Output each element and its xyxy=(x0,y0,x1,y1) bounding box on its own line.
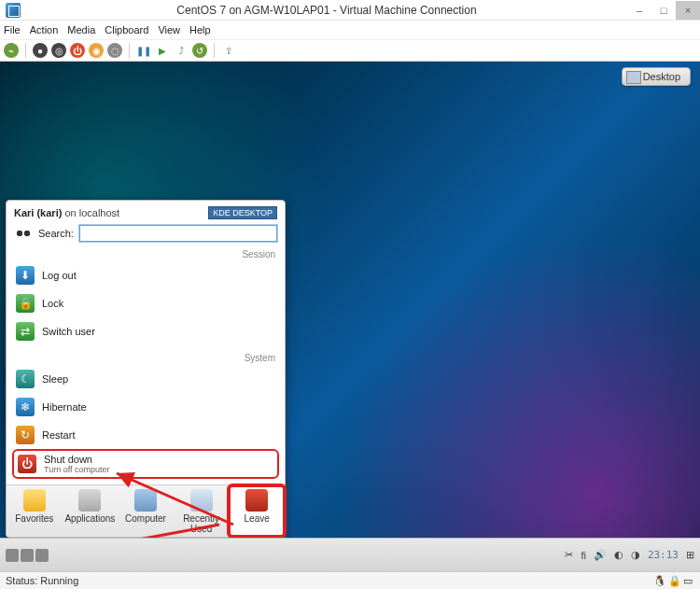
menu-item-switch-user[interactable]: ⇄ Switch user xyxy=(12,317,279,345)
session-list: ⬇ Log out 🔒 Lock ⇄ Switch user xyxy=(7,259,285,351)
tab-label: Computer xyxy=(125,513,166,524)
security-indicator-icon: 🐧 xyxy=(653,575,665,586)
menu-item-restart[interactable]: ↻ Restart xyxy=(12,421,279,449)
tab-leave[interactable]: Leave xyxy=(229,485,285,537)
host-toolbar: ⌁ ● ◎ ⏻ ◉ ◌ ❚❚ ▶ ⤴ ↺ ⇪ xyxy=(0,39,700,62)
host-window-title: CentOS 7 on AGM-W10LAP01 - Virtual Machi… xyxy=(26,4,627,17)
menu-media[interactable]: Media xyxy=(67,24,95,35)
menu-item-label: Shut down Turn off computer xyxy=(44,454,110,474)
hibernate-icon: ❄ xyxy=(16,398,35,416)
maximize-button[interactable]: □ xyxy=(651,1,676,20)
section-session-label: Session xyxy=(7,247,285,259)
menu-item-label: Hibernate xyxy=(42,401,87,413)
tab-label: Leave xyxy=(245,513,270,524)
launcher-tabs: Favorites Applications Computer Recently… xyxy=(7,484,285,537)
clipboard-tray-icon[interactable]: ✂ xyxy=(565,549,573,561)
menu-item-lock[interactable]: 🔒 Lock xyxy=(12,289,279,317)
tab-label: Favorites xyxy=(15,513,53,524)
user-name: Kari (kari) xyxy=(14,207,62,218)
search-input[interactable] xyxy=(79,225,277,242)
turnoff-icon[interactable]: ◎ xyxy=(51,43,66,58)
taskbar-icon xyxy=(35,549,49,562)
tab-recently-used[interactable]: Recently Used xyxy=(174,485,230,537)
host-status-right: 🐧 🔒 ▭ xyxy=(653,575,694,586)
tray-expand-icon[interactable]: ⊞ xyxy=(686,549,694,561)
menu-item-shutdown[interactable]: ⏻ Shut down Turn off computer xyxy=(12,449,279,479)
host-statusbar: Status: Running 🐧 🔒 ▭ xyxy=(0,571,700,589)
logout-icon: ⬇ xyxy=(16,266,35,285)
guest-taskbar: ✂ fi 🔊 ◐ ◑ 23:13 ⊞ xyxy=(0,538,700,571)
desktop-widget-button[interactable]: Desktop xyxy=(622,67,691,86)
lock-indicator-icon: 🔒 xyxy=(668,575,679,586)
reset-icon[interactable]: ▶ xyxy=(155,43,170,58)
tab-label: Recently Used xyxy=(183,513,219,534)
share-icon[interactable]: ⇪ xyxy=(221,43,236,58)
system-list: ☾ Sleep ❄ Hibernate ↻ Restart ⏻ Shut dow… xyxy=(7,363,285,484)
computer-icon xyxy=(134,489,157,512)
revert-icon[interactable]: ↺ xyxy=(192,43,207,58)
volume-icon[interactable]: 🔊 xyxy=(594,549,607,561)
menu-file[interactable]: File xyxy=(4,24,21,35)
restart-icon: ↻ xyxy=(16,426,35,444)
kickoff-launcher: Kari (kari) on localhost KDE DESKTOP Sea… xyxy=(6,200,286,538)
vm-app-icon xyxy=(6,3,21,18)
menu-help[interactable]: Help xyxy=(189,24,211,35)
on-word: on xyxy=(62,207,78,218)
host-titlebar: CentOS 7 on AGM-W10LAP01 - Virtual Machi… xyxy=(0,0,700,21)
recent-icon xyxy=(190,489,213,512)
pause-alt-icon[interactable]: ◌ xyxy=(107,43,122,58)
pause-icon[interactable]: ❚❚ xyxy=(136,43,151,58)
switch-user-icon: ⇄ xyxy=(16,322,35,341)
leave-icon xyxy=(245,489,268,512)
section-system-label: System xyxy=(7,351,285,363)
toolbar-separator xyxy=(214,43,215,58)
binoculars-icon xyxy=(14,226,33,241)
network-icon[interactable]: ◐ xyxy=(614,549,623,561)
status-label: Status: xyxy=(6,575,37,586)
menu-item-logout[interactable]: ⬇ Log out xyxy=(12,261,279,289)
shutdown-label: Shut down xyxy=(44,454,92,465)
sleep-icon: ☾ xyxy=(16,370,35,388)
minimize-button[interactable]: – xyxy=(627,1,651,20)
menu-item-label: Switch user xyxy=(42,326,95,337)
launcher-search-row: Search: xyxy=(7,223,285,247)
battery-icon[interactable]: ◑ xyxy=(631,549,640,561)
menu-view[interactable]: View xyxy=(158,24,180,35)
menu-item-label: Sleep xyxy=(42,373,68,385)
display-config-icon: ▭ xyxy=(683,575,694,586)
kickoff-button[interactable] xyxy=(6,549,49,562)
launcher-header: Kari (kari) on localhost KDE DESKTOP xyxy=(7,201,285,223)
status-value: Running xyxy=(40,575,78,586)
shutdown-icon[interactable]: ⏻ xyxy=(70,43,85,58)
close-button[interactable]: × xyxy=(676,1,700,20)
ctrl-alt-del-icon[interactable]: ⌁ xyxy=(4,43,19,58)
keyboard-layout-indicator[interactable]: fi xyxy=(581,550,586,561)
menu-clipboard[interactable]: Clipboard xyxy=(105,24,148,35)
save-icon[interactable]: ◉ xyxy=(89,43,104,58)
search-label: Search: xyxy=(38,228,74,239)
menu-item-hibernate[interactable]: ❄ Hibernate xyxy=(12,393,279,421)
star-icon xyxy=(23,489,46,512)
menu-item-label: Log out xyxy=(42,270,77,281)
menu-action[interactable]: Action xyxy=(30,24,59,35)
shutdown-sublabel: Turn off computer xyxy=(44,465,110,474)
tab-label: Applications xyxy=(64,513,115,524)
system-tray: ✂ fi 🔊 ◐ ◑ 23:13 ⊞ xyxy=(565,549,694,561)
tab-applications[interactable]: Applications xyxy=(63,485,119,537)
tab-favorites[interactable]: Favorites xyxy=(7,485,63,537)
clock[interactable]: 23:13 xyxy=(648,549,679,561)
guest-desktop: Desktop Kari (kari) on localhost KDE DES… xyxy=(0,62,700,571)
menu-item-sleep[interactable]: ☾ Sleep xyxy=(12,365,279,393)
checkpoint-icon[interactable]: ⤴ xyxy=(174,43,189,58)
toolbar-separator xyxy=(129,43,130,58)
tab-computer[interactable]: Computer xyxy=(118,485,174,537)
host-name: localhost xyxy=(79,207,119,218)
start-icon[interactable]: ● xyxy=(33,43,48,58)
apps-icon xyxy=(78,489,101,512)
menu-item-label: Restart xyxy=(42,429,75,441)
window-controls: – □ × xyxy=(627,1,700,20)
host-menubar: File Action Media Clipboard View Help xyxy=(0,21,700,39)
launcher-user-label: Kari (kari) on localhost xyxy=(14,207,119,218)
kickoff-icon xyxy=(6,549,19,562)
shutdown-icon: ⏻ xyxy=(18,455,36,473)
